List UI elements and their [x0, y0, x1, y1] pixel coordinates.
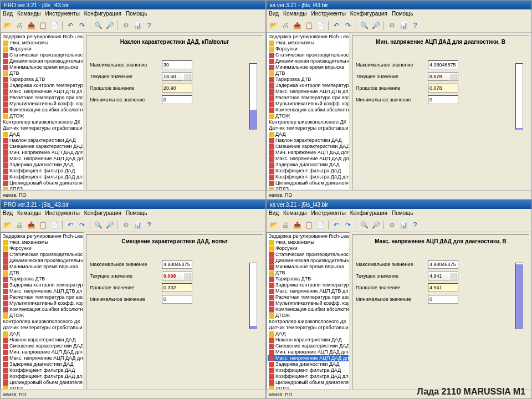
print-icon[interactable]: 🖨: [280, 220, 290, 230]
tree-item[interactable]: Макс. напряжение АЦП ДТВ для диагнос: [268, 89, 349, 95]
tree-item[interactable]: Задержка контроля температуры возду: [2, 282, 83, 288]
tree-item[interactable]: Форсунки: [268, 46, 349, 52]
tree-item[interactable]: ДАД: [268, 131, 349, 137]
tool2-icon[interactable]: 📊: [398, 220, 408, 230]
copy-icon[interactable]: 📋: [304, 220, 314, 230]
tool2-icon[interactable]: 📊: [398, 21, 408, 30]
tree-item[interactable]: тчки, механизмы: [268, 239, 349, 245]
export-icon[interactable]: 📤: [292, 220, 302, 230]
tree-item[interactable]: ДАД: [2, 331, 83, 337]
tree-item[interactable]: Смещение характеристики ДАД: [2, 343, 83, 349]
tree-item[interactable]: Мультипликативный коэфф. коррекции C: [268, 101, 349, 107]
tree-group[interactable]: Задержка регулирования Rich-Lean: [268, 233, 349, 239]
search-icon[interactable]: 🔎: [105, 21, 115, 30]
cur-value-input[interactable]: 0.078: [428, 72, 458, 81]
menu-item[interactable]: Конфигурация: [84, 210, 121, 217]
tree-item[interactable]: Минимальное время впрыска: [268, 64, 349, 70]
tree-item[interactable]: Наклон характеристики ДАД: [2, 137, 83, 144]
cur-value-input[interactable]: 4.941: [428, 272, 458, 280]
search-icon[interactable]: 🔎: [371, 21, 381, 30]
tree-item[interactable]: ДТВ: [268, 270, 349, 276]
tree-item[interactable]: Минимальное время впрыска: [2, 64, 83, 70]
tree-item[interactable]: ДПДЗ: [268, 386, 349, 390]
tree-item[interactable]: Задержка диагностики ДАД: [268, 162, 349, 168]
undo-icon[interactable]: ↶: [65, 21, 75, 30]
redo-icon[interactable]: ↷: [343, 21, 353, 30]
undo-icon[interactable]: ↶: [65, 220, 75, 230]
tree-item[interactable]: Минимальное время впрыска: [268, 264, 349, 270]
export-icon[interactable]: 📤: [26, 21, 36, 30]
tree-item[interactable]: ДТОЖ: [268, 313, 349, 319]
menu-item[interactable]: Конфигурация: [350, 210, 387, 217]
menu-item[interactable]: Помощь: [392, 210, 413, 217]
print-icon[interactable]: 🖨: [280, 21, 290, 30]
tree-item[interactable]: Расчетная температура при аварии ДТВ: [2, 294, 83, 300]
paste-icon[interactable]: 📄: [315, 220, 325, 230]
tree-item[interactable]: Коэффициент фильтра ДАД для XX: [2, 174, 83, 180]
open-icon[interactable]: 📂: [3, 21, 13, 30]
tree-item[interactable]: Макс. напряжение АЦП ДАД для диагнос: [268, 156, 349, 162]
tree-item[interactable]: ДТВ: [2, 70, 83, 76]
tree-item[interactable]: Цилиндровый объем двигателя: [2, 380, 83, 386]
tree-view[interactable]: Задержка регулирования Rich-Leanтчки, ме…: [1, 33, 84, 190]
undo-icon[interactable]: ↶: [331, 21, 341, 30]
tree-item[interactable]: Макс. напряжение АЦП ДАД для диагнос: [2, 156, 83, 162]
tree-group[interactable]: Задержка регулирования Rich-Lean: [2, 34, 83, 40]
tree-item[interactable]: Мин. напряжение АЦП ДАД для диагнос: [268, 349, 349, 355]
tree-item[interactable]: Минимальное время впрыска: [2, 264, 83, 270]
open-icon[interactable]: 📂: [3, 220, 13, 230]
print-icon[interactable]: 🖨: [14, 21, 24, 30]
tree-item[interactable]: Смещение характеристики ДАД: [268, 144, 349, 150]
tree-item[interactable]: Смещение характеристики ДАД: [268, 343, 349, 349]
help-icon[interactable]: ?: [144, 220, 154, 230]
tree-item[interactable]: Наклон характеристики ДАД: [268, 137, 349, 144]
tree-item[interactable]: Тарировка ДТВ: [2, 276, 83, 282]
tree-group[interactable]: Задержка регулирования Rich-Lean: [2, 233, 83, 239]
menu-item[interactable]: Инструменты: [45, 210, 79, 217]
tree-view[interactable]: Задержка регулирования Rich-Leanтчки, ме…: [267, 232, 350, 390]
tree-item[interactable]: Статическая производительность форс: [2, 252, 83, 258]
tree-item[interactable]: Динамическая производительность фо: [268, 258, 349, 264]
tree-item[interactable]: Компенсация ошибки абсолютной темпе: [268, 306, 349, 313]
menu-item[interactable]: Помощь: [392, 11, 413, 17]
redo-icon[interactable]: ↷: [343, 220, 353, 230]
tree-item[interactable]: Форсунки: [2, 46, 83, 52]
menu-item[interactable]: Помощь: [126, 11, 147, 17]
tree-item[interactable]: Датчик температуры отработавших газов: [268, 325, 349, 331]
tool2-icon[interactable]: 📊: [132, 21, 142, 30]
tree-item[interactable]: Цилиндровый объем двигателя: [268, 380, 349, 386]
tool1-icon[interactable]: ⚙: [387, 21, 397, 30]
tree-view[interactable]: Задержка регулирования Rich-Leanтчки, ме…: [267, 33, 350, 190]
open-icon[interactable]: 📂: [269, 220, 279, 230]
tree-item[interactable]: Наклон характеристики ДАД: [268, 337, 349, 343]
tree-item[interactable]: Динамическая производительность фо: [2, 258, 83, 264]
tree-view[interactable]: Задержка регулирования Rich-Leanтчки, ме…: [1, 232, 84, 390]
help-icon[interactable]: ?: [410, 21, 420, 30]
tree-item[interactable]: Макс. напряжение АЦП ДАД для диагнос: [2, 355, 83, 361]
tree-item[interactable]: Статическая производительность форс: [268, 252, 349, 258]
open-icon[interactable]: 📂: [269, 21, 279, 30]
tree-item[interactable]: Контроллер широкополосного ДК: [2, 319, 83, 325]
menu-item[interactable]: Вид: [3, 210, 13, 217]
tree-item[interactable]: Датчик температуры отработавших газов: [2, 125, 83, 131]
tree-item[interactable]: Статическая производительность форс: [268, 52, 349, 58]
tree-item[interactable]: ДТОЖ: [2, 313, 83, 319]
export-icon[interactable]: 📤: [292, 21, 302, 30]
tree-item[interactable]: Задержка диагностики ДАД: [2, 162, 83, 168]
tree-item[interactable]: Коэффициент фильтра ДАД для XX: [268, 174, 349, 180]
redo-icon[interactable]: ↷: [77, 21, 87, 30]
tree-item[interactable]: Форсунки: [268, 245, 349, 252]
tool1-icon[interactable]: ⚙: [387, 220, 397, 230]
tree-item[interactable]: тчки, механизмы: [2, 239, 83, 245]
tree-item[interactable]: ДПДЗ: [2, 186, 83, 190]
tree-item[interactable]: Тарировка ДТВ: [2, 76, 83, 83]
tree-item[interactable]: ДТВ: [2, 270, 83, 276]
tree-item[interactable]: Коэффициент фильтра ДАД: [2, 367, 83, 374]
menu-item[interactable]: Инструменты: [45, 11, 79, 17]
tree-item[interactable]: Компенсация ошибки абсолютной темпе: [2, 107, 83, 113]
tree-item[interactable]: Расчетная температура при аварии ДТВ: [268, 294, 349, 300]
menu-item[interactable]: Инструменты: [311, 210, 345, 217]
tree-item[interactable]: Расчетная температура при аварии ДТВ: [2, 95, 83, 101]
tree-item[interactable]: ДПДЗ: [268, 186, 349, 190]
tree-item[interactable]: Задержка контроля температуры возду: [268, 83, 349, 89]
